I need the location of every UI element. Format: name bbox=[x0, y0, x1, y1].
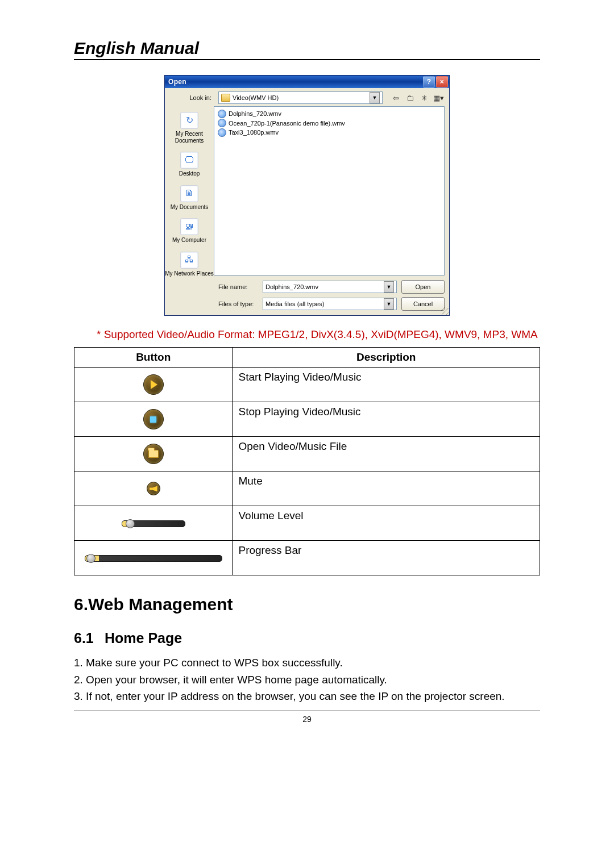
file-item[interactable]: Dolphins_720.wmv bbox=[218, 109, 441, 119]
places-bar: ↻ My Recent Documents 🖵 Desktop 🗎 My Doc… bbox=[165, 106, 214, 280]
open-file-icon bbox=[143, 444, 164, 464]
desc-cell: Progress Bar bbox=[233, 541, 540, 575]
help-button[interactable]: ? bbox=[423, 76, 435, 87]
back-icon[interactable]: ⇦ bbox=[389, 91, 402, 104]
look-in-label: Look in: bbox=[169, 94, 215, 101]
chevron-down-icon: ▼ bbox=[384, 281, 394, 293]
section-heading-web-management: 6.Web Management bbox=[74, 595, 540, 614]
table-row: Mute bbox=[74, 471, 540, 506]
table-row: Progress Bar bbox=[74, 541, 540, 575]
table-row: Volume Level bbox=[74, 506, 540, 541]
step-line: 3. If not, enter your IP address on the … bbox=[74, 688, 540, 704]
chevron-down-icon: ▼ bbox=[384, 298, 394, 310]
col-header-button: Button bbox=[74, 348, 233, 368]
chevron-down-icon: ▼ bbox=[370, 92, 380, 103]
open-dialog: Open ? × Look in: Video(WMV HD) ▼ ⇦ 🗀 ✳ … bbox=[164, 75, 450, 316]
file-name-label: File name: bbox=[218, 283, 258, 290]
table-row: Stop Playing Video/Music bbox=[74, 402, 540, 437]
mydocuments-icon: 🗎 bbox=[180, 185, 198, 202]
mycomputer-icon: 🖳 bbox=[180, 218, 198, 235]
play-icon bbox=[143, 374, 164, 395]
step-line: 2. Open your browser, it will enter WPS … bbox=[74, 671, 540, 688]
file-item[interactable]: Ocean_720p-1(Panasonic demo file).wmv bbox=[218, 119, 441, 128]
look-in-value: Video(WMV HD) bbox=[233, 94, 279, 101]
place-network[interactable]: 🖧 My Network Places bbox=[165, 252, 214, 277]
resize-grip-icon[interactable] bbox=[441, 307, 449, 315]
desc-cell: Open Video/Music File bbox=[233, 437, 540, 471]
progress-slider-icon bbox=[85, 555, 222, 562]
subsection-heading-home-page: 6.1Home Page bbox=[74, 630, 540, 646]
table-row: Start Playing Video/Music bbox=[74, 368, 540, 402]
place-recent[interactable]: ↻ My Recent Documents bbox=[165, 112, 214, 144]
views-icon[interactable]: ▦▾ bbox=[432, 91, 445, 104]
button-description-table: Button Description Start Playing Video/M… bbox=[74, 347, 540, 575]
folder-icon bbox=[221, 94, 230, 102]
dialog-title: Open bbox=[168, 78, 186, 86]
file-item[interactable]: Taxi3_1080p.wmv bbox=[218, 128, 441, 137]
up-icon[interactable]: 🗀 bbox=[404, 91, 416, 104]
place-mydocuments[interactable]: 🗎 My Documents bbox=[171, 185, 209, 211]
close-button[interactable]: × bbox=[436, 76, 448, 87]
place-mycomputer[interactable]: 🖳 My Computer bbox=[172, 218, 206, 244]
mute-icon bbox=[147, 482, 160, 495]
desc-cell: Mute bbox=[233, 471, 540, 506]
desktop-icon: 🖵 bbox=[180, 152, 198, 169]
place-desktop[interactable]: 🖵 Desktop bbox=[179, 152, 200, 177]
file-name-field[interactable]: Dolphins_720.wmv ▼ bbox=[263, 281, 397, 293]
network-icon: 🖧 bbox=[180, 252, 198, 269]
look-in-dropdown[interactable]: Video(WMV HD) ▼ bbox=[218, 91, 383, 104]
desc-cell: Stop Playing Video/Music bbox=[233, 402, 540, 437]
recent-icon: ↻ bbox=[180, 112, 198, 129]
supported-formats-note: * Supported Video/Audio Format: MPEG1/2,… bbox=[97, 326, 540, 343]
cancel-button[interactable]: Cancel bbox=[401, 297, 445, 311]
steps-text: 1. Make sure your PC connect to WPS box … bbox=[74, 654, 540, 704]
col-header-description: Description bbox=[233, 348, 540, 368]
file-type-dropdown[interactable]: Media files (all types) ▼ bbox=[263, 298, 397, 310]
new-folder-icon[interactable]: ✳ bbox=[418, 91, 430, 104]
stop-icon bbox=[143, 409, 164, 429]
page-title: English Manual bbox=[74, 39, 540, 60]
open-dialog-figure: Open ? × Look in: Video(WMV HD) ▼ ⇦ 🗀 ✳ … bbox=[74, 75, 540, 316]
table-header-row: Button Description bbox=[74, 348, 540, 368]
open-button[interactable]: Open bbox=[401, 280, 445, 294]
file-type-label: Files of type: bbox=[218, 301, 258, 307]
footer-rule bbox=[74, 711, 540, 711]
step-line: 1. Make sure your PC connect to WPS box … bbox=[74, 654, 540, 671]
page-number: 29 bbox=[74, 715, 540, 724]
volume-slider-icon bbox=[122, 520, 185, 527]
desc-cell: Start Playing Video/Music bbox=[233, 368, 540, 402]
desc-cell: Volume Level bbox=[233, 506, 540, 541]
file-list[interactable]: Dolphins_720.wmv Ocean_720p-1(Panasonic … bbox=[214, 106, 445, 276]
table-row: Open Video/Music File bbox=[74, 437, 540, 471]
